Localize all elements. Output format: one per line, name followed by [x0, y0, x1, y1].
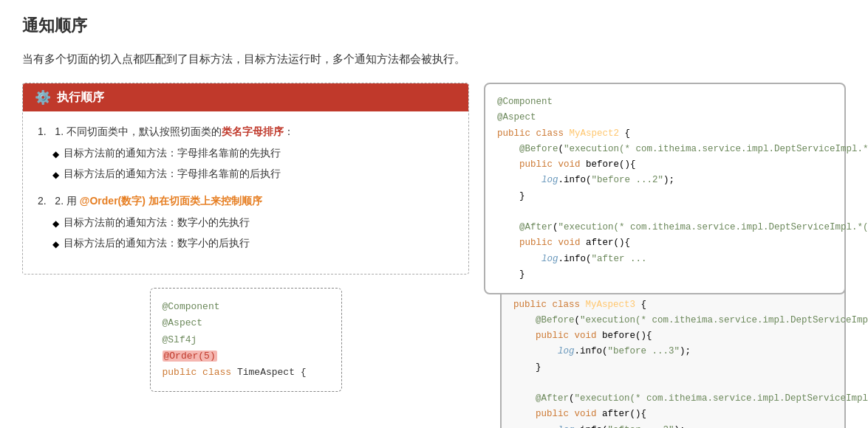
order-item-2-sub2: ◆ 目标方法后的通知方法：数字小的后执行: [52, 235, 454, 252]
order-item-1: 1. 1. 不同切面类中，默认按照切面类的类名字母排序： ◆ 目标方法前的通知方…: [38, 123, 454, 182]
order-item-1-sub1: ◆ 目标方法前的通知方法：字母排名靠前的先执行: [52, 145, 454, 162]
code-box-myaspect2: @Component @Aspect public class MyAspect…: [484, 83, 846, 294]
diamond-icon-3: ◆: [52, 217, 59, 231]
intro-text: 当有多个切面的切入点都匹配到了目标方法，目标方法运行时，多个通知方法都会被执行。: [22, 50, 846, 68]
order-item-1-sublist: ◆ 目标方法前的通知方法：字母排名靠前的先执行 ◆ 目标方法后的通知方法：字母排…: [38, 145, 454, 182]
diamond-icon-2: ◆: [52, 168, 59, 182]
exec-order-box: ⚙️ 执行顺序 1. 1. 不同切面类中，默认按照切面类的类名字母排序： ◆ 目…: [22, 83, 469, 275]
order-item-1-sub2: ◆ 目标方法后的通知方法：字母排名靠前的后执行: [52, 166, 454, 182]
page-title: 通知顺序: [22, 15, 846, 37]
gear-icon: ⚙️: [35, 89, 51, 106]
order-item-1-title: 1. 1. 不同切面类中，默认按照切面类的类名字母排序：: [38, 123, 454, 141]
code-small-line1: @Component: [163, 301, 220, 312]
exec-order-header: ⚙️ 执行顺序: [23, 83, 468, 111]
order-item-2-sub1: ◆ 目标方法前的通知方法：数字小的先执行: [52, 215, 454, 231]
code-small-line2: @Aspect: [163, 317, 203, 328]
exec-order-label: 执行顺序: [57, 90, 104, 106]
code-small-line4: @Order(5): [163, 351, 217, 362]
code-small-line3: @Slf4j: [163, 334, 197, 345]
order-item-2: 2. 2. 用 @Order(数字) 加在切面类上来控制顺序 ◆ 目标方法前的通…: [38, 193, 454, 252]
order-item-2-sublist: ◆ 目标方法前的通知方法：数字小的先执行 ◆ 目标方法后的通知方法：数字小的后执…: [38, 215, 454, 252]
code-small-line5-rest: TimeAspect {: [231, 367, 306, 378]
order-item-2-title: 2. 2. 用 @Order(数字) 加在切面类上来控制顺序: [38, 193, 454, 210]
right-panel: @Component @Aspect public class MyAspect…: [484, 83, 846, 428]
left-panel: ⚙️ 执行顺序 1. 1. 不同切面类中，默认按照切面类的类名字母排序： ◆ 目…: [22, 83, 469, 392]
diamond-icon-1: ◆: [52, 148, 59, 162]
order-content: 1. 1. 不同切面类中，默认按照切面类的类名字母排序： ◆ 目标方法前的通知方…: [23, 123, 468, 252]
code-small-line5-keyword: public class: [163, 367, 232, 378]
code-box-small: @Component @Aspect @Slf4j @Order(5) publ…: [150, 288, 342, 391]
diamond-icon-4: ◆: [52, 238, 59, 252]
